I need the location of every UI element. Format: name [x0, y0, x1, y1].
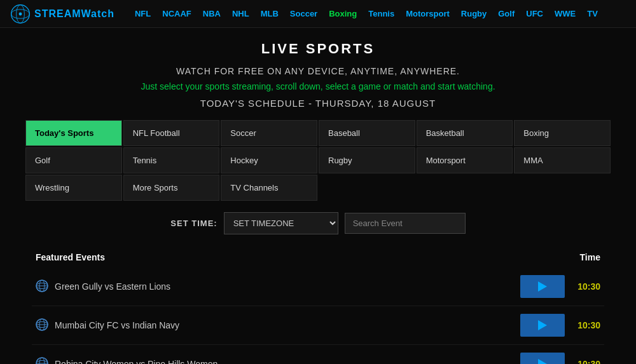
- event-time: 10:30: [575, 320, 600, 330]
- nav-link-wwe[interactable]: WWE: [550, 6, 581, 21]
- nav-link-nhl[interactable]: NHL: [227, 6, 254, 21]
- nav-link-ufc[interactable]: UFC: [521, 6, 548, 21]
- sports-cell-empty: [417, 175, 513, 201]
- schedule-title: TODAY'S SCHEDULE - THURSDAY, 18 AUGUST: [25, 98, 611, 109]
- event-time: 10:30: [575, 281, 600, 292]
- svg-point-13: [36, 360, 48, 364]
- globe-icon: [36, 357, 48, 365]
- nav-link-golf[interactable]: Golf: [493, 6, 520, 21]
- green-subtitle: Just select your sports streaming, scrol…: [25, 81, 611, 91]
- sports-cell-golf[interactable]: Golf: [25, 147, 122, 173]
- nav-link-tv[interactable]: TV: [582, 6, 603, 21]
- main-nav: NFLNCAAFNBANHLMLBSoccerBoxingTennisMotor…: [130, 6, 626, 21]
- search-input[interactable]: [345, 213, 466, 234]
- filter-row: SET TIME: SET TIMEZONE: [25, 212, 611, 234]
- timezone-select[interactable]: SET TIMEZONE: [224, 212, 338, 234]
- page-title: LIVE SPORTS: [25, 41, 611, 57]
- site-header: STREAMWatch NFLNCAAFNBANHLMLBSoccerBoxin…: [0, 0, 636, 28]
- set-time-label: SET TIME:: [170, 219, 217, 228]
- sports-cell-basketball[interactable]: Basketball: [417, 120, 513, 146]
- event-name: Robina City Women vs Pine Hills Women: [55, 359, 218, 364]
- events-section: Featured Events Time Green Gully vs East…: [25, 252, 611, 364]
- play-icon: [538, 281, 547, 292]
- nav-link-soccer[interactable]: Soccer: [285, 6, 322, 21]
- sports-cell-mma[interactable]: MMA: [514, 147, 611, 173]
- sports-cell-soccer[interactable]: Soccer: [221, 120, 317, 146]
- logo-stream: STREAM: [34, 8, 81, 19]
- sports-cell-empty: [514, 175, 611, 201]
- nav-link-mlb[interactable]: MLB: [256, 6, 284, 21]
- nav-link-nba[interactable]: NBA: [198, 6, 226, 21]
- event-name: Mumbai City FC vs Indian Navy: [55, 320, 179, 330]
- sports-cell-nfl-football[interactable]: NFL Football: [123, 120, 220, 146]
- event-time: 10:30: [575, 359, 600, 364]
- nav-link-ncaaf[interactable]: NCAAF: [157, 6, 197, 21]
- sports-cell-wrestling[interactable]: Wrestling: [25, 175, 122, 201]
- play-button[interactable]: [520, 314, 565, 337]
- nav-link-tennis[interactable]: Tennis: [363, 6, 399, 21]
- time-col-label: Time: [580, 252, 600, 262]
- subtitle-text: WATCH FOR FREE ON ANY DEVICE, ANYTIME, A…: [25, 66, 611, 76]
- play-button[interactable]: [520, 353, 565, 364]
- events-list: Green Gully vs Eastern Lions10:30 Mumbai…: [32, 267, 604, 364]
- events-header: Featured Events Time: [32, 252, 604, 262]
- table-row: Robina City Women vs Pine Hills Women10:…: [32, 345, 604, 364]
- sports-grid: Today's SportsNFL FootballSoccerBaseball…: [25, 120, 611, 201]
- sports-cell-today's-sports[interactable]: Today's Sports: [25, 120, 122, 146]
- nav-link-motorsport[interactable]: Motorsport: [401, 6, 455, 21]
- featured-label: Featured Events: [36, 252, 105, 262]
- sports-cell-empty: [319, 175, 415, 201]
- table-row: Mumbai City FC vs Indian Navy10:30: [32, 306, 604, 345]
- play-button[interactable]: [520, 275, 565, 298]
- sports-cell-more-sports[interactable]: More Sports: [123, 175, 220, 201]
- sports-cell-hockey[interactable]: Hockey: [221, 147, 317, 173]
- event-name: Green Gully vs Eastern Lions: [55, 281, 170, 292]
- sports-cell-motorsport[interactable]: Motorsport: [417, 147, 513, 173]
- site-logo[interactable]: STREAMWatch: [10, 4, 114, 24]
- sports-cell-rugby[interactable]: Rugby: [319, 147, 415, 173]
- table-row: Green Gully vs Eastern Lions10:30: [32, 267, 604, 306]
- main-content: LIVE SPORTS WATCH FOR FREE ON ANY DEVICE…: [0, 28, 636, 364]
- play-icon: [538, 359, 547, 364]
- sports-cell-tv-channels[interactable]: TV Channels: [221, 175, 317, 201]
- nav-link-rugby[interactable]: Rugby: [456, 6, 492, 21]
- globe-icon: [36, 280, 48, 294]
- globe-icon: [36, 318, 48, 333]
- svg-point-3: [19, 12, 22, 15]
- nav-link-nfl[interactable]: NFL: [130, 6, 156, 21]
- logo-watch: Watch: [81, 8, 114, 19]
- sports-cell-boxing[interactable]: Boxing: [514, 120, 611, 146]
- play-icon: [538, 320, 547, 330]
- sports-cell-baseball[interactable]: Baseball: [319, 120, 415, 146]
- sports-cell-tennis[interactable]: Tennis: [123, 147, 220, 173]
- nav-link-boxing[interactable]: Boxing: [324, 6, 362, 21]
